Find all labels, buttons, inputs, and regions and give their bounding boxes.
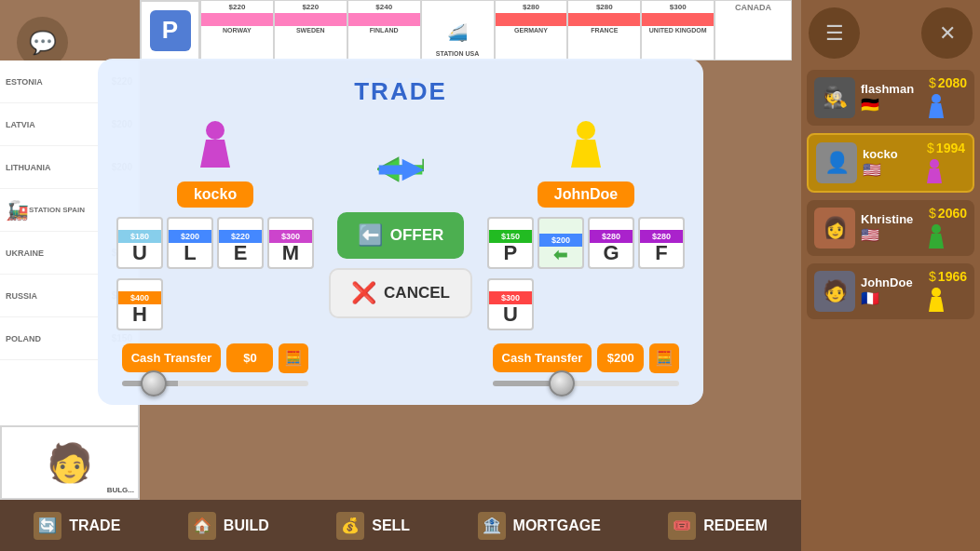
offer-button[interactable]: ⬅️ OFFER — [337, 212, 465, 259]
kocko-slider[interactable] — [122, 381, 308, 386]
middle-section: ⬅️ OFFER ❌ CANCEL — [329, 121, 472, 318]
kocko-avatar: 👤 — [816, 142, 857, 183]
player-section-kocko: kocko $180 U $200 L $220 E — [116, 121, 314, 386]
svg-point-8 — [932, 224, 941, 234]
trade-button[interactable]: 🔄 TRADE — [34, 512, 120, 540]
johndoe-avatar: 🧑 — [814, 271, 855, 312]
player-section-johndoe: JohnDoe $150 P $200 ⬅ $280 G — [487, 121, 685, 386]
player-card-kocko[interactable]: 👤 kocko 🇺🇸 $ 1994 — [807, 133, 974, 193]
cancel-button[interactable]: ❌ CANCEL — [329, 268, 472, 318]
kocko-properties: $180 U $200 L $220 E $300 M — [116, 217, 314, 269]
prop-card-arrow[interactable]: $200 ⬅ — [538, 217, 584, 269]
bottom-nav: 🔄 TRADE 🏠 BUILD 💰 SELL 🏦 MORTGAGE 🎟️ RED… — [0, 500, 801, 551]
khristine-flag: 🇺🇸 — [861, 226, 923, 244]
johndoe-slider-container — [493, 381, 679, 386]
svg-point-9 — [932, 288, 941, 297]
johndoe-slider-thumb[interactable] — [549, 370, 575, 396]
prop-card-u[interactable]: $180 U — [116, 217, 163, 269]
kocko-info: kocko 🇺🇸 — [863, 147, 921, 179]
kocko-pawn-panel — [927, 159, 942, 185]
redeem-icon: 🎟️ — [668, 512, 696, 540]
kocko-pawn — [198, 121, 232, 176]
flashman-pawn — [929, 94, 944, 120]
redeem-button[interactable]: 🎟️ REDEEM — [668, 512, 767, 540]
mortgage-icon: 🏦 — [478, 512, 506, 540]
kocko-cash-label: Cash Transfer — [122, 343, 222, 372]
svg-point-5 — [577, 121, 595, 140]
kocko-slider-thumb[interactable] — [141, 370, 167, 396]
flashman-avatar: 🕵️ — [814, 77, 855, 118]
trade-modal-overlay: TRADE kocko $180 U — [0, 0, 801, 500]
prop-card-f[interactable]: $280 F — [638, 217, 685, 269]
svg-point-7 — [930, 159, 939, 168]
right-top-icons: ☰ ✕ — [801, 0, 980, 66]
johndoe-properties: $150 P $200 ⬅ $280 G $280 F — [487, 217, 685, 269]
kocko-flag: 🇺🇸 — [863, 161, 921, 179]
prop-card-u2[interactable]: $300 U — [487, 278, 534, 330]
prop-card-p[interactable]: $150 P — [487, 217, 534, 269]
player-card-khristine[interactable]: 👩 Khristine 🇺🇸 $ 2060 — [807, 200, 974, 256]
modal-body: kocko $180 U $200 L $220 E — [116, 121, 685, 386]
sell-button[interactable]: 💰 SELL — [336, 512, 410, 540]
johndoe-cash-transfer: Cash Transfer $200 🧮 — [493, 343, 680, 373]
player-card-johndoe[interactable]: 🧑 JohnDoe 🇫🇷 $ 1966 — [807, 263, 974, 319]
khristine-avatar: 👩 — [814, 208, 855, 249]
johndoe-cash-amount: $200 — [597, 343, 644, 372]
trade-modal: TRADE kocko $180 U — [98, 59, 703, 405]
trade-arrows — [377, 149, 424, 195]
build-icon: 🏠 — [188, 512, 216, 540]
svg-point-6 — [932, 94, 941, 103]
trade-icon: 🔄 — [34, 512, 61, 540]
svg-point-0 — [206, 121, 225, 140]
modal-title: TRADE — [116, 77, 685, 106]
johndoe-info: JohnDoe 🇫🇷 — [861, 276, 923, 307]
johndoe-pawn — [569, 121, 603, 176]
prop-card-m[interactable]: $300 M — [267, 217, 314, 269]
build-button[interactable]: 🏠 BUILD — [188, 512, 269, 540]
sell-icon: 💰 — [336, 512, 364, 540]
johndoe-flag: 🇫🇷 — [861, 289, 923, 307]
prop-card-g[interactable]: $280 G — [588, 217, 634, 269]
svg-marker-4 — [379, 158, 424, 180]
flashman-info: flashman 🇩🇪 — [861, 82, 923, 114]
kocko-label: kocko — [177, 181, 253, 208]
close-button[interactable]: ✕ — [921, 7, 973, 59]
prop-card-e[interactable]: $220 E — [217, 217, 264, 269]
menu-button[interactable]: ☰ — [809, 7, 860, 59]
kocko-props-row2: $400 H — [116, 278, 314, 330]
johndoe-props-row2: $300 U — [487, 278, 685, 330]
player-card-flashman[interactable]: 🕵️ flashman 🇩🇪 $ 2080 — [807, 70, 974, 126]
johndoe-calc-icon[interactable]: 🧮 — [649, 343, 679, 373]
prop-card-l[interactable]: $200 L — [167, 217, 213, 269]
khristine-pawn — [929, 224, 944, 250]
mortgage-button[interactable]: 🏦 MORTGAGE — [478, 512, 601, 540]
flashman-flag: 🇩🇪 — [861, 96, 923, 114]
johndoe-slider[interactable] — [493, 381, 679, 386]
right-panel: ☰ ✕ 🕵️ flashman 🇩🇪 $ 2080 👤 kocko — [801, 0, 980, 551]
kocko-slider-container — [122, 381, 308, 386]
kocko-calc-icon[interactable]: 🧮 — [279, 343, 308, 373]
prop-card-h[interactable]: $400 H — [116, 278, 163, 330]
khristine-info: Khristine 🇺🇸 — [861, 212, 923, 244]
johndoe-cash-label: Cash Transfer — [493, 343, 592, 372]
kocko-cash-transfer: Cash Transfer $0 🧮 — [122, 343, 309, 373]
johndoe-label: JohnDoe — [538, 181, 634, 208]
kocko-cash-amount: $0 — [226, 343, 273, 372]
johndoe-pawn-panel — [929, 288, 944, 314]
